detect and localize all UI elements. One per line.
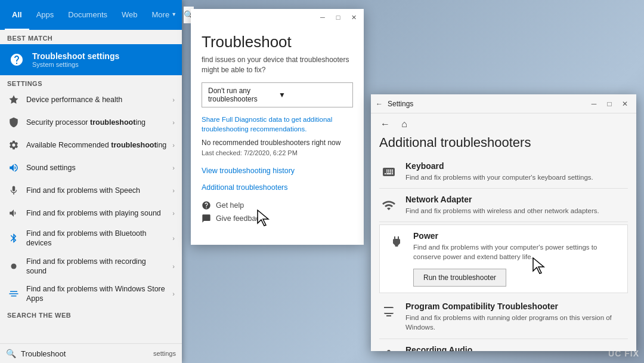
at-titlebar: ← Settings ─ □ ✕ [371,94,636,113]
keyboard-title: Keyboard [405,161,628,171]
list-item: Program Compatibility Troubleshooter Fin… [379,296,628,339]
at-page-title: Additional troubleshooters [371,135,636,155]
available-recommended-icon [7,139,20,152]
recording-text: Find and fix problems with recording sou… [26,257,166,276]
keyboard-desc: Find and fix problems with your computer… [405,173,628,182]
close-button[interactable]: ✕ [348,12,359,23]
list-item: Recording Audio Find and fix problems wi… [379,339,628,351]
at-restore-button[interactable]: □ [603,97,616,110]
list-item[interactable]: Find and fix problems with Speech › [0,179,182,202]
device-health-text: Device performance & health [26,95,166,104]
best-match-label: Best match [0,30,182,44]
get-help-link[interactable]: Get help [202,201,353,210]
chevron-right-icon: › [172,263,175,270]
bluetooth-text: Find and fix problems with Bluetooth dev… [26,229,166,248]
store-apps-icon [7,287,20,300]
ts-content: Troubleshoot find issues on your device … [191,26,364,245]
tab-web[interactable]: Web [114,0,145,30]
program-compat-icon [379,303,398,322]
sound-settings-icon [7,161,20,174]
security-processor-icon [7,116,20,129]
network-adapter-desc: Find and fix problems with wireless and … [405,206,628,216]
list-item: Network Adapter Find and fix problems wi… [379,189,628,222]
list-item[interactable]: Find and fix problems with Windows Store… [0,280,182,308]
at-titlebar-title: Settings [385,100,587,108]
ts-dropdown[interactable]: Don't run any troubleshooters ▼ [202,82,353,107]
give-feedback-label: Give feedback [216,214,264,223]
network-adapter-title: Network Adapter [405,195,628,204]
ts-last-checked: Last checked: 7/2/2020, 6:22 PM [202,149,353,156]
additional-troubleshooters-link[interactable]: Additional troubleshooters [202,183,288,192]
chevron-right-icon: › [172,210,175,217]
sound-icon [7,207,20,220]
run-troubleshooter-button[interactable]: Run the troubleshooter [413,269,506,287]
list-item[interactable]: Find and fix problems with playing sound… [0,202,182,224]
chevron-right-icon: › [172,164,175,171]
chevron-down-icon: ▼ [171,11,177,17]
view-history-link[interactable]: View troubleshooting history [202,167,295,175]
settings-section-label: Settings [0,75,182,88]
chevron-right-icon: › [172,141,175,149]
list-item[interactable]: Find and fix problems with recording sou… [0,253,182,281]
speech-icon [7,184,20,197]
ts-bottom-links: Get help Give feedback [202,201,353,223]
search-box-area: 🔍 settings [0,343,182,363]
chevron-right-icon: › [172,96,175,103]
tab-apps[interactable]: Apps [29,0,61,30]
recording-audio-icon [379,346,398,351]
speech-text: Find and fix problems with Speech [26,186,166,195]
at-close-button[interactable]: ✕ [618,97,631,110]
bluetooth-icon [7,232,20,245]
start-menu: All Apps Documents Web More ▼ 🔍 Best mat… [0,0,182,363]
list-item[interactable]: Device performance & health › [0,88,182,111]
maximize-button[interactable]: □ [333,12,343,23]
troubleshoot-window: ─ □ ✕ Troubleshoot find issues on your d… [191,9,364,245]
list-item[interactable]: Find and fix problems with Bluetooth dev… [0,224,182,253]
give-feedback-link[interactable]: Give feedback [202,214,353,223]
at-minimize-button[interactable]: ─ [587,97,600,110]
at-titlebar-btns: ─ □ ✕ [587,97,631,110]
minimize-button[interactable]: ─ [317,12,328,23]
ts-no-rec: No recommended troubleshooters right now [202,139,353,147]
chevron-right-icon: › [172,290,175,297]
keyboard-icon [379,162,398,182]
store-apps-text: Find and fix problems with Windows Store… [26,284,166,304]
list-item[interactable]: Sound settings › [0,156,182,179]
back-button[interactable]: ← [378,117,392,131]
at-content: Keyboard Find and fix problems with your… [371,155,636,351]
playing-sound-text: Find and fix problems with playing sound [26,208,166,218]
best-match-item[interactable]: Troubleshoot settings System settings [0,44,182,75]
chevron-down-icon: ▼ [278,91,346,99]
tab-documents[interactable]: Documents [61,0,114,30]
ts-share-text: Share Full Diagnostic data to get additi… [202,115,353,134]
at-back-icon: ← [376,100,383,108]
available-rec-text: Available Recommended troubleshooting [26,140,166,150]
list-item[interactable]: Available Recommended troubleshooting › [0,134,182,156]
chevron-right-icon: › [172,235,175,242]
tab-more[interactable]: More ▼ [145,0,184,30]
power-desc: Find and fix problems with your computer… [413,242,620,262]
web-section-label: Search the web [0,308,182,320]
recording-audio-title: Recording Audio [405,345,628,351]
search-icon-sm: 🔍 [6,349,16,358]
list-item[interactable]: Security processor troubleshooting › [0,111,182,134]
best-match-icon [7,50,26,69]
home-button[interactable]: ⌂ [397,117,411,131]
security-processor-text: Security processor troubleshooting [26,118,166,127]
ts-title: Troubleshoot [202,33,353,51]
ts-desc: find issues on your device that troubles… [202,55,353,75]
program-compat-desc: Find and fix problems with running older… [405,313,628,332]
chevron-right-icon: › [172,119,175,126]
device-health-icon [7,93,20,106]
list-item: Keyboard Find and fix problems with your… [379,155,628,189]
at-nav: ← ⌂ [371,113,636,135]
additional-troubleshooters-window: ← Settings ─ □ ✕ ← ⌂ Additional troubles… [371,94,636,351]
best-match-subtitle: System settings [32,61,175,68]
search-input[interactable] [21,349,148,358]
best-match-title: Troubleshoot settings [32,51,175,61]
network-adapter-icon [379,196,398,215]
recording-icon [7,260,20,273]
tab-all[interactable]: All [5,0,29,30]
power-item: Power Find and fix problems with your co… [379,224,628,293]
program-compat-title: Program Compatibility Troubleshooter [405,302,628,311]
